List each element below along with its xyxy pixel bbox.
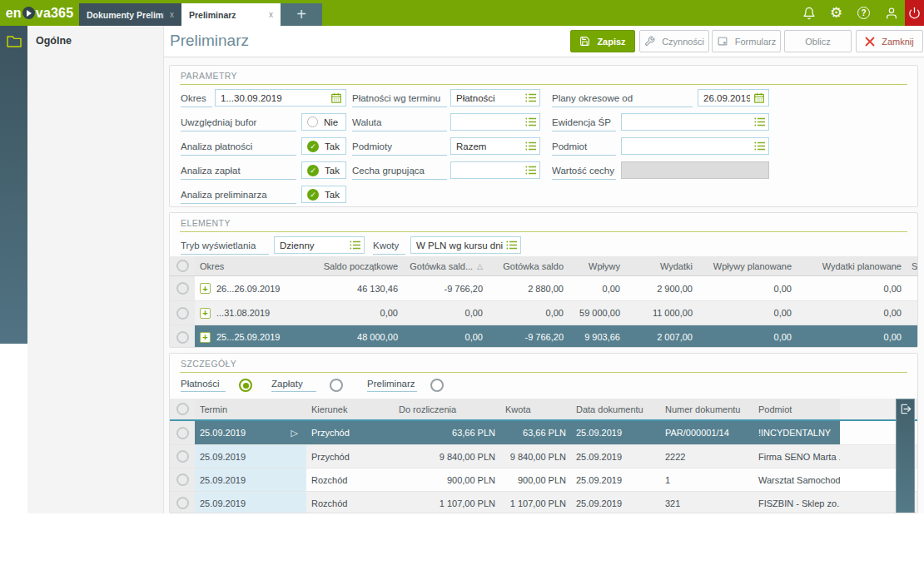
row-select-cell[interactable] <box>170 325 195 348</box>
close-icon[interactable]: x <box>269 10 273 19</box>
calculate-button[interactable]: Oblicz <box>784 30 852 52</box>
col-header-kwota[interactable]: Kwota <box>500 399 571 419</box>
radio-icon <box>176 307 189 320</box>
platnosci-wg-terminu-value: Płatności <box>456 93 522 103</box>
folder-icon[interactable] <box>6 35 22 48</box>
notifications-button[interactable] <box>795 0 822 26</box>
expand-plus-icon[interactable]: + <box>200 308 211 319</box>
radio-icon <box>176 427 189 439</box>
close-form-button[interactable]: Zamknij <box>856 30 923 52</box>
logout-button[interactable] <box>905 0 924 26</box>
kwoty-select[interactable]: W PLN wg kursu dnia <box>410 236 521 254</box>
table-row[interactable]: 25.09.2019 Przychód 9 840,00 PLN 9 840,0… <box>170 444 917 468</box>
cell-wydatki-plan: 0,00 <box>797 301 907 325</box>
table-row[interactable]: +26...26.09.2019 46 130,46 -9 766,20 2 8… <box>170 276 917 300</box>
row-select-cell[interactable] <box>170 468 195 491</box>
analiza-zaplat-toggle[interactable]: Tak <box>301 161 346 179</box>
table-row-selected[interactable]: 25.09.2019▷ Przychód 63,66 PLN 63,66 PLN… <box>170 421 917 444</box>
filter-platnosci[interactable]: Płatności <box>181 375 252 395</box>
col-header-do-rozliczenia[interactable]: Do rozliczenia <box>394 399 500 419</box>
table-row[interactable]: 25.09.2019 Rozchód 900,00 PLN 900,00 PLN… <box>170 468 917 491</box>
save-icon <box>579 36 590 47</box>
bufor-toggle[interactable]: Nie <box>301 113 346 131</box>
row-preview-bar[interactable] <box>896 399 915 513</box>
cell-do-rozliczenia: 900,00 PLN <box>394 468 500 491</box>
filter-label: Płatności <box>181 379 226 392</box>
actions-button[interactable]: Czynności <box>639 30 709 52</box>
select-all-header[interactable] <box>170 256 195 275</box>
list-icon[interactable] <box>525 141 536 151</box>
export-icon[interactable] <box>899 403 912 415</box>
close-icon[interactable]: x <box>170 10 174 19</box>
sidebar-item-ogolne[interactable]: Ogólne <box>27 26 163 47</box>
analiza-preliminarza-toggle[interactable]: Tak <box>301 186 346 203</box>
row-select-cell[interactable] <box>170 445 195 468</box>
cell-okres: +...31.08.2019 <box>195 301 305 325</box>
row-select-cell[interactable] <box>170 301 195 325</box>
ewidencja-sp-select[interactable] <box>621 113 769 131</box>
plany-okresowe-input[interactable]: 26.09.2019 <box>698 89 769 107</box>
list-icon[interactable] <box>350 240 360 250</box>
user-button[interactable] <box>877 0 905 26</box>
cell-cut <box>907 301 917 325</box>
col-header-numer-dokumentu[interactable]: Numer dokumentu <box>660 399 753 419</box>
help-button[interactable]: ? <box>850 0 877 26</box>
col-header-okres[interactable]: Okres <box>195 256 305 275</box>
calendar-icon[interactable] <box>753 92 765 104</box>
col-header-gotowka-sald[interactable]: Gotówka sald...△ <box>403 256 488 275</box>
col-header-gotowka-saldo[interactable]: Gotówka saldo <box>488 256 569 275</box>
row-select-cell[interactable] <box>170 421 195 444</box>
list-icon[interactable] <box>754 117 765 126</box>
cell-data-dokumentu: 25.09.2019 <box>571 492 660 513</box>
cecha-grupujaca-select[interactable] <box>450 161 540 179</box>
cell-gotowka-sald: 0,00 <box>403 325 488 348</box>
platnosci-wg-terminu-select[interactable]: Płatności <box>450 89 540 107</box>
col-header-wydatki-planowane[interactable]: Wydatki planowane <box>797 256 907 275</box>
list-icon[interactable] <box>754 141 765 151</box>
list-icon[interactable] <box>525 166 536 175</box>
col-header-saldo-poczatkowe[interactable]: Saldo początkowe <box>305 256 403 275</box>
form-button[interactable]: Formularz <box>712 30 781 52</box>
col-header-wplywy-planowane[interactable]: Wpływy planowane <box>698 256 797 275</box>
expand-plus-icon[interactable]: + <box>200 332 211 343</box>
save-button[interactable]: Zapisz <box>570 30 635 52</box>
radio-unchecked-icon[interactable] <box>430 379 444 392</box>
tab-preliminarz[interactable]: Preliminarz x <box>181 3 281 26</box>
cell-numer-dokumentu: 321 <box>660 492 753 513</box>
table-row[interactable]: +...31.08.2019 0,00 0,00 0,00 59 000,00 … <box>170 300 917 325</box>
list-icon[interactable] <box>525 117 536 126</box>
col-header-wplywy[interactable]: Wpływy <box>569 256 625 275</box>
bufor-value: Nie <box>324 117 342 127</box>
col-header-data-dokumentu[interactable]: Data dokumentu <box>571 399 660 419</box>
filter-zaplaty[interactable]: Zapłaty <box>271 375 343 395</box>
radio-unchecked-icon[interactable] <box>330 379 343 392</box>
cell-wplywy-plan: 0,00 <box>698 276 797 300</box>
col-header-kierunek[interactable]: Kierunek <box>306 399 394 419</box>
analiza-platnosci-toggle[interactable]: Tak <box>301 137 346 155</box>
row-select-cell[interactable] <box>170 492 195 513</box>
okres-input[interactable]: 1...30.09.2019 <box>215 89 346 107</box>
radio-checked-icon[interactable] <box>239 379 252 392</box>
podmioty-select[interactable]: Razem <box>450 137 540 155</box>
table-row[interactable]: 25.09.2019 Rozchód 1 107,00 PLN 1 107,00… <box>170 491 917 513</box>
select-all-header[interactable] <box>170 399 195 419</box>
podmiot-select[interactable] <box>621 137 769 155</box>
row-select-cell[interactable] <box>170 276 195 300</box>
expand-plus-icon[interactable]: + <box>200 283 211 294</box>
col-header-cut[interactable]: S <box>907 256 917 275</box>
list-icon[interactable] <box>525 93 536 102</box>
col-header-wydatki[interactable]: Wydatki <box>625 256 698 275</box>
list-icon[interactable] <box>506 240 517 250</box>
calendar-icon[interactable] <box>330 92 342 104</box>
table-row-selected[interactable]: +25...25.09.2019 48 000,00 0,00 -9 766,2… <box>170 325 917 348</box>
cell-podmiot: Warsztat Samochod... <box>753 468 840 491</box>
col-header-podmiot[interactable]: Podmiot <box>753 399 840 419</box>
new-tab-button[interactable]: + <box>281 3 322 26</box>
filter-preliminarz[interactable]: Preliminarz <box>367 375 444 395</box>
waluta-select[interactable] <box>450 113 540 131</box>
okres-label: Okres <box>181 90 212 107</box>
tab-dokumenty-preliminarza[interactable]: Dokumenty Prelimina... x <box>79 3 181 26</box>
settings-button[interactable]: ⚙ <box>822 0 850 26</box>
col-header-termin[interactable]: Termin <box>195 399 306 419</box>
tryb-wyswietlania-select[interactable]: Dzienny <box>274 236 365 254</box>
